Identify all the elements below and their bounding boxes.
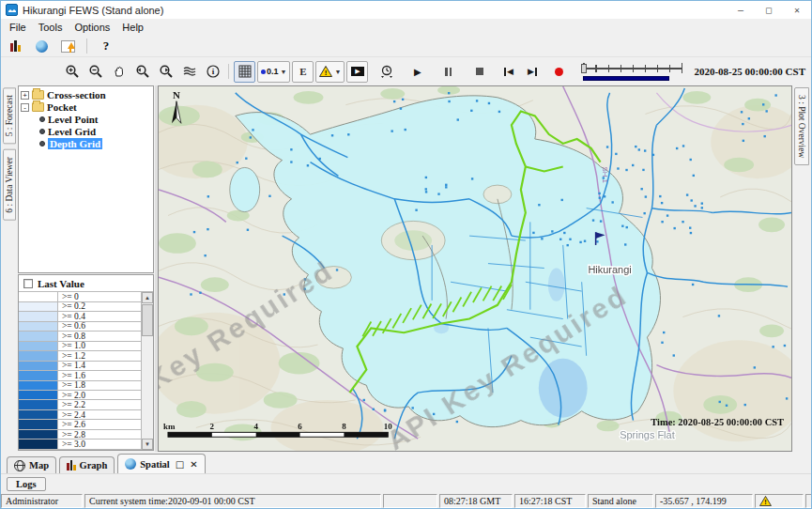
legend-row[interactable]: >= 2.2 <box>19 400 141 409</box>
globe-wireframe-icon <box>14 460 25 471</box>
pause-icon <box>445 68 452 76</box>
tree-item-label: Level Point <box>48 114 98 125</box>
tab-plot-overview[interactable]: 3 : Plot Overview <box>794 87 809 165</box>
bar-chart-icon <box>67 460 76 470</box>
legend-row[interactable]: >= 1.6 <box>19 371 141 380</box>
collapse-icon[interactable]: - <box>21 103 29 112</box>
tab-graph[interactable]: Graph <box>59 456 115 473</box>
close-tab-icon[interactable]: ✕ <box>190 459 197 470</box>
svg-text:i: i <box>211 67 214 76</box>
legend-row[interactable]: >= 0.8 <box>19 332 141 341</box>
left-tab-strip: 5 : Forecast 6 : Data Viewer <box>1 85 17 452</box>
legend-swatch <box>19 400 58 409</box>
tree-item-level-point[interactable]: Level Point <box>21 114 153 126</box>
animation-panel-button[interactable]: ▶ <box>346 61 368 83</box>
menu-file[interactable]: File <box>5 20 34 35</box>
legend-threshold-label: >= 2.6 <box>58 420 141 428</box>
close-button[interactable]: ✕ <box>783 1 811 19</box>
legend-swatch <box>19 420 58 428</box>
legend-row[interactable]: >= 2.4 <box>19 410 141 420</box>
pan-button[interactable] <box>108 61 130 83</box>
warning-icon: ! <box>319 66 332 77</box>
legend-row[interactable]: >= 2.0 <box>19 391 141 400</box>
layer-bullet-icon <box>39 129 45 134</box>
globe-icon <box>125 458 136 470</box>
zoom-previous-button[interactable] <box>131 61 153 83</box>
zoom-out-button[interactable] <box>84 61 106 83</box>
status-bar: Administrator Current system time:2020-0… <box>1 494 811 508</box>
map-view[interactable]: API Key Required API Key Required Hikura… <box>158 85 792 452</box>
menu-options[interactable]: Options <box>69 20 117 35</box>
bar-chart-icon <box>10 40 21 52</box>
legend-header: Last Value <box>19 275 153 291</box>
minimize-button[interactable]: — <box>727 1 755 19</box>
legend-row[interactable]: >= 1.4 <box>19 362 141 371</box>
help-button[interactable]: ? <box>96 37 116 55</box>
time-slider[interactable] <box>581 60 684 83</box>
set-time-button[interactable] <box>375 61 397 83</box>
info-button[interactable]: i <box>202 61 223 83</box>
legend-row[interactable]: >= 1.2 <box>19 351 141 361</box>
logs-button[interactable]: Logs <box>7 477 46 491</box>
expand-icon[interactable]: + <box>21 91 29 100</box>
warning-layer-dropdown[interactable]: ! ▼ <box>315 61 345 83</box>
legend-row[interactable]: >= 0.6 <box>19 322 141 332</box>
legend-row[interactable]: >= 1.8 <box>19 381 141 391</box>
tree-item-depth-grid[interactable]: Depth Grid <box>21 137 153 149</box>
tree-item-pocket[interactable]: - Pocket <box>21 101 153 114</box>
legend-row[interactable]: >= 3.0 <box>19 440 141 449</box>
play-button[interactable]: ▶ <box>406 61 428 83</box>
status-user: Administrator <box>1 494 83 508</box>
last-value-checkbox[interactable] <box>23 279 33 288</box>
legend-row[interactable]: >= 0 <box>19 292 141 301</box>
legend-threshold-label: >= 2.2 <box>58 400 141 409</box>
scroll-down-icon[interactable]: ▼ <box>142 439 153 450</box>
legend-scrollbar[interactable]: ▲ ▼ <box>141 292 153 450</box>
contour-interval-value: 0.1 <box>267 67 279 76</box>
menu-tools[interactable]: Tools <box>34 20 70 35</box>
skip-start-icon: ◀ <box>504 67 513 76</box>
layer-tree: + Cross-section - Pocket Level Point Lev… <box>18 85 154 273</box>
menu-help[interactable]: Help <box>117 20 151 35</box>
layers-button[interactable] <box>178 61 200 83</box>
app-window: Hikurangi FEWS (Stand alone) — □ ✕ File … <box>0 0 812 509</box>
tree-item-level-grid[interactable]: Level Grid <box>21 125 153 137</box>
tree-item-cross-section[interactable]: + Cross-section <box>21 89 153 101</box>
flood-pocket <box>230 167 260 211</box>
record-button[interactable] <box>548 61 570 83</box>
stop-button[interactable] <box>468 61 490 83</box>
grid-display-toggle[interactable] <box>234 61 255 83</box>
tab-forecast[interactable]: 5 : Forecast <box>3 87 16 144</box>
scroll-up-icon[interactable]: ▲ <box>142 292 153 303</box>
legend-row[interactable]: >= 0.4 <box>19 312 141 321</box>
scrollbar-thumb[interactable] <box>142 304 153 336</box>
tab-data-viewer[interactable]: 6 : Data Viewer <box>3 149 16 221</box>
tab-map[interactable]: Map <box>7 456 56 473</box>
step-forward-button[interactable]: ▶ <box>521 61 543 83</box>
tab-spatial[interactable]: Spatial □ ✕ <box>117 454 205 473</box>
step-back-button[interactable]: ◀ <box>498 61 519 83</box>
contour-interval-dropdown[interactable]: 0.1 ▼ <box>257 61 290 83</box>
legend-row[interactable]: >= 2.6 <box>19 420 141 429</box>
legend-row[interactable]: >= 2.8 <box>19 430 141 440</box>
legend-threshold-label: >= 1.6 <box>58 371 141 379</box>
legend-threshold-label: >= 0.8 <box>58 332 141 340</box>
time-slider-thumb[interactable] <box>581 64 587 73</box>
legend-row[interactable]: >= 0.2 <box>19 302 141 312</box>
legend-swatch <box>19 440 58 448</box>
database-viewer-button[interactable] <box>5 37 25 55</box>
map-display-button[interactable] <box>31 37 52 55</box>
legend-swatch <box>19 371 58 379</box>
dot-icon <box>261 69 266 74</box>
status-warning[interactable]: ! <box>755 494 804 508</box>
help-icon: ? <box>103 39 110 54</box>
maximize-button[interactable]: □ <box>755 1 783 19</box>
tab-spatial-label: Spatial <box>140 459 170 470</box>
zoom-next-button[interactable] <box>155 61 176 83</box>
timeseries-dialog-button[interactable] <box>57 37 78 55</box>
pause-button[interactable] <box>437 61 459 83</box>
label-toggle-button[interactable]: E <box>292 61 314 83</box>
legend-row[interactable]: >= 1.0 <box>19 342 141 351</box>
undock-tab-icon[interactable]: □ <box>176 459 184 470</box>
zoom-in-button[interactable] <box>61 61 83 83</box>
